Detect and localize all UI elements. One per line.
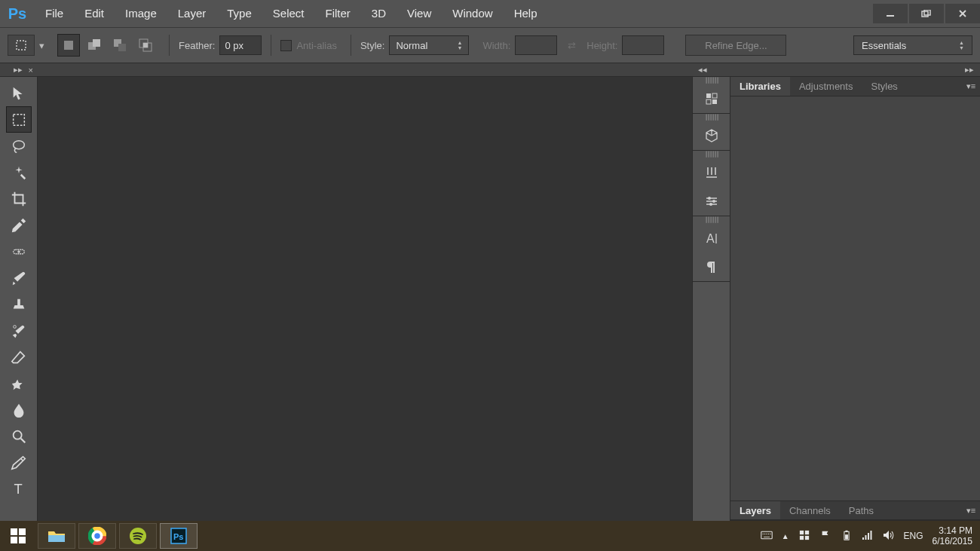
grip-icon[interactable]: ┃┃┃┃┃┃ bbox=[699, 114, 724, 121]
svg-point-19 bbox=[13, 325, 16, 328]
type-tool[interactable]: T bbox=[6, 476, 32, 502]
chevron-updown-icon: ▲▼ bbox=[457, 40, 462, 51]
panel-menu-icon[interactable]: ▾≡ bbox=[962, 501, 980, 519]
svg-text:A: A bbox=[706, 232, 715, 245]
panel-menu-icon[interactable]: ▾≡ bbox=[962, 77, 980, 96]
healing-brush-tool[interactable] bbox=[6, 238, 32, 265]
panel-tabs: Libraries Adjustments Styles ▾≡ bbox=[730, 77, 980, 96]
menu-edit[interactable]: Edit bbox=[74, 0, 115, 27]
windows-store-icon[interactable] bbox=[798, 530, 810, 543]
selection-add[interactable] bbox=[83, 34, 106, 57]
flag-icon[interactable] bbox=[819, 530, 831, 543]
workspace-label: Essentials bbox=[862, 40, 906, 51]
task-chrome[interactable] bbox=[78, 523, 116, 549]
expand-icon[interactable]: ▸▸ bbox=[965, 65, 974, 75]
grip-icon[interactable]: ┃┃┃┃┃┃ bbox=[699, 151, 724, 158]
svg-rect-36 bbox=[19, 528, 26, 535]
current-tool-icon[interactable] bbox=[8, 35, 35, 56]
panel-libraries: Libraries Adjustments Styles ▾≡ bbox=[730, 77, 980, 501]
menu-file[interactable]: File bbox=[35, 0, 74, 27]
menu-type[interactable]: Type bbox=[216, 0, 262, 27]
svg-rect-64 bbox=[862, 537, 864, 540]
wifi-icon[interactable] bbox=[862, 530, 874, 543]
task-photoshop[interactable]: Ps bbox=[160, 523, 198, 549]
svg-rect-63 bbox=[845, 534, 848, 539]
canvas-area[interactable] bbox=[38, 77, 692, 521]
brushes-panel-icon[interactable] bbox=[699, 158, 724, 187]
history-panel-icon[interactable] bbox=[699, 84, 724, 113]
tab-libraries[interactable]: Libraries bbox=[730, 77, 790, 96]
menu-view[interactable]: View bbox=[397, 0, 442, 27]
brush-presets-panel-icon[interactable] bbox=[699, 187, 724, 216]
selection-intersect[interactable] bbox=[134, 34, 157, 57]
character-panel-icon[interactable]: A bbox=[699, 224, 724, 253]
workspace-switcher[interactable]: Essentials▲▼ bbox=[853, 35, 972, 55]
clone-stamp-tool[interactable] bbox=[6, 291, 32, 317]
svg-point-55 bbox=[767, 533, 768, 534]
svg-rect-25 bbox=[706, 99, 711, 104]
menu-help[interactable]: Help bbox=[504, 0, 548, 27]
clock[interactable]: 3:14 PM 6/16/2015 bbox=[933, 525, 972, 546]
keyboard-icon[interactable] bbox=[761, 530, 773, 543]
tab-layers[interactable]: Layers bbox=[730, 501, 780, 519]
tab-paths[interactable]: Paths bbox=[840, 501, 883, 519]
task-spotify[interactable] bbox=[119, 523, 157, 549]
width-label: Width: bbox=[482, 40, 510, 51]
task-file-explorer[interactable] bbox=[38, 523, 75, 549]
tab-styles[interactable]: Styles bbox=[862, 77, 906, 96]
marquee-tool[interactable] bbox=[6, 106, 32, 133]
svg-point-54 bbox=[766, 533, 767, 534]
paragraph-panel-icon[interactable] bbox=[699, 253, 724, 281]
menu-image[interactable]: Image bbox=[115, 0, 167, 27]
expand-icon[interactable]: ▸▸ bbox=[14, 65, 23, 75]
eyedropper-tool[interactable] bbox=[6, 212, 32, 238]
windows-taskbar: Ps ▲ ENG 3:14 PM 6/16/2015 bbox=[0, 521, 980, 551]
close-button[interactable] bbox=[945, 4, 980, 23]
refine-edge-button[interactable]: Refine Edge... bbox=[685, 35, 786, 56]
start-button[interactable] bbox=[0, 521, 36, 551]
crop-tool[interactable] bbox=[6, 185, 32, 212]
svg-point-53 bbox=[764, 533, 765, 534]
tool-preset-dropdown[interactable]: ▾ bbox=[36, 40, 47, 51]
eraser-tool[interactable] bbox=[6, 344, 32, 370]
magic-wand-tool[interactable] bbox=[6, 159, 32, 185]
pen-tool[interactable] bbox=[6, 449, 32, 476]
selection-new[interactable] bbox=[57, 34, 80, 57]
tab-adjustments[interactable]: Adjustments bbox=[790, 77, 862, 96]
menu-filter[interactable]: Filter bbox=[315, 0, 361, 27]
lasso-tool[interactable] bbox=[6, 133, 32, 159]
close-icon[interactable]: × bbox=[29, 66, 33, 75]
style-dropdown[interactable]: Normal▲▼ bbox=[389, 35, 469, 55]
language-indicator[interactable]: ENG bbox=[904, 531, 923, 541]
maximize-button[interactable] bbox=[909, 4, 944, 23]
svg-rect-35 bbox=[11, 528, 17, 535]
svg-rect-6 bbox=[64, 41, 73, 50]
3d-panel-icon[interactable] bbox=[699, 121, 724, 150]
menu-select[interactable]: Select bbox=[262, 0, 315, 27]
menu-bar: Ps File Edit Image Layer Type Select Fil… bbox=[0, 0, 980, 27]
grip-icon[interactable]: ┃┃┃┃┃┃ bbox=[699, 216, 724, 224]
right-panel-area: ┃┃┃┃┃┃ ┃┃┃┃┃┃ ┃┃┃┃┃┃ ┃┃┃┃┃┃ A Librarie bbox=[692, 77, 980, 521]
brush-tool[interactable] bbox=[6, 265, 32, 291]
feather-input[interactable] bbox=[219, 35, 262, 55]
zoom-tool[interactable] bbox=[6, 423, 32, 449]
history-brush-tool[interactable] bbox=[6, 317, 32, 344]
volume-icon[interactable] bbox=[883, 530, 895, 543]
swap-icon: ⇄ bbox=[568, 40, 576, 51]
gradient-tool[interactable] bbox=[6, 370, 32, 396]
menu-window[interactable]: Window bbox=[442, 0, 503, 27]
minimize-button[interactable] bbox=[873, 4, 908, 23]
tab-channels[interactable]: Channels bbox=[780, 501, 840, 519]
menu-layer[interactable]: Layer bbox=[167, 0, 217, 27]
chevron-up-icon[interactable]: ▲ bbox=[782, 532, 789, 540]
selection-subtract[interactable] bbox=[109, 34, 131, 57]
svg-rect-13 bbox=[143, 43, 148, 47]
grip-icon[interactable]: ┃┃┃┃┃┃ bbox=[699, 77, 724, 84]
battery-icon[interactable] bbox=[841, 530, 853, 543]
menu-3d[interactable]: 3D bbox=[361, 0, 397, 27]
move-tool[interactable] bbox=[6, 80, 32, 106]
separator bbox=[351, 35, 351, 56]
panel-body[interactable] bbox=[730, 96, 980, 500]
collapse-icon[interactable]: ◂◂ bbox=[698, 65, 707, 75]
blur-tool[interactable] bbox=[6, 396, 32, 423]
